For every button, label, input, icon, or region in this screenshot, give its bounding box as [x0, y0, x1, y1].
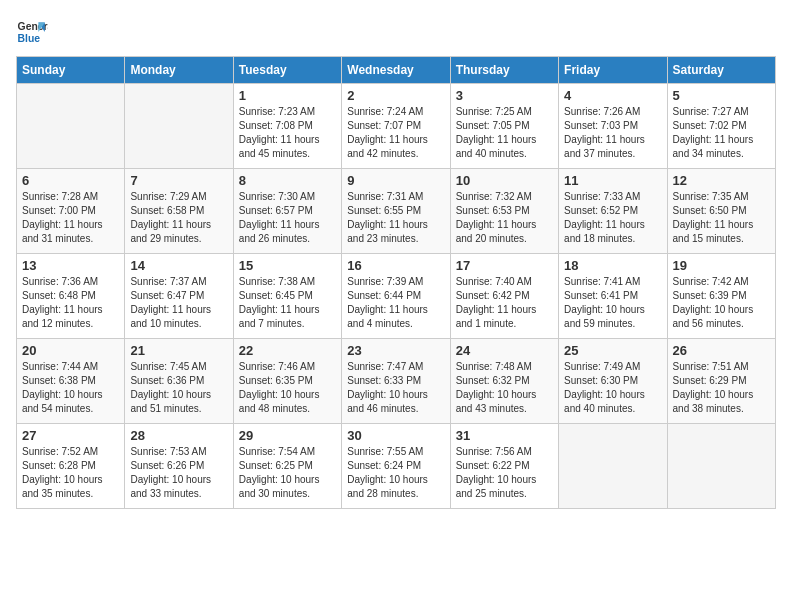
day-info: Sunrise: 7:45 AMSunset: 6:36 PMDaylight:… [130, 360, 227, 416]
calendar-cell: 6Sunrise: 7:28 AMSunset: 7:00 PMDaylight… [17, 169, 125, 254]
day-info: Sunrise: 7:44 AMSunset: 6:38 PMDaylight:… [22, 360, 119, 416]
calendar-week-row: 20Sunrise: 7:44 AMSunset: 6:38 PMDayligh… [17, 339, 776, 424]
calendar-cell: 25Sunrise: 7:49 AMSunset: 6:30 PMDayligh… [559, 339, 667, 424]
calendar-table: SundayMondayTuesdayWednesdayThursdayFrid… [16, 56, 776, 509]
logo: General Blue [16, 16, 44, 48]
day-info: Sunrise: 7:41 AMSunset: 6:41 PMDaylight:… [564, 275, 661, 331]
day-number: 28 [130, 428, 227, 443]
calendar-cell [17, 84, 125, 169]
day-number: 20 [22, 343, 119, 358]
day-info: Sunrise: 7:24 AMSunset: 7:07 PMDaylight:… [347, 105, 444, 161]
day-info: Sunrise: 7:32 AMSunset: 6:53 PMDaylight:… [456, 190, 553, 246]
calendar-cell: 24Sunrise: 7:48 AMSunset: 6:32 PMDayligh… [450, 339, 558, 424]
day-info: Sunrise: 7:37 AMSunset: 6:47 PMDaylight:… [130, 275, 227, 331]
day-info: Sunrise: 7:28 AMSunset: 7:00 PMDaylight:… [22, 190, 119, 246]
calendar-cell: 31Sunrise: 7:56 AMSunset: 6:22 PMDayligh… [450, 424, 558, 509]
calendar-cell: 26Sunrise: 7:51 AMSunset: 6:29 PMDayligh… [667, 339, 775, 424]
day-number: 11 [564, 173, 661, 188]
day-info: Sunrise: 7:49 AMSunset: 6:30 PMDaylight:… [564, 360, 661, 416]
day-info: Sunrise: 7:38 AMSunset: 6:45 PMDaylight:… [239, 275, 336, 331]
calendar-cell: 9Sunrise: 7:31 AMSunset: 6:55 PMDaylight… [342, 169, 450, 254]
day-number: 14 [130, 258, 227, 273]
calendar-cell: 5Sunrise: 7:27 AMSunset: 7:02 PMDaylight… [667, 84, 775, 169]
day-number: 30 [347, 428, 444, 443]
day-number: 8 [239, 173, 336, 188]
calendar-cell: 17Sunrise: 7:40 AMSunset: 6:42 PMDayligh… [450, 254, 558, 339]
day-number: 6 [22, 173, 119, 188]
calendar-cell: 30Sunrise: 7:55 AMSunset: 6:24 PMDayligh… [342, 424, 450, 509]
calendar-cell: 27Sunrise: 7:52 AMSunset: 6:28 PMDayligh… [17, 424, 125, 509]
day-info: Sunrise: 7:36 AMSunset: 6:48 PMDaylight:… [22, 275, 119, 331]
day-number: 2 [347, 88, 444, 103]
day-info: Sunrise: 7:30 AMSunset: 6:57 PMDaylight:… [239, 190, 336, 246]
day-info: Sunrise: 7:27 AMSunset: 7:02 PMDaylight:… [673, 105, 770, 161]
calendar-cell [125, 84, 233, 169]
day-number: 9 [347, 173, 444, 188]
calendar-week-row: 13Sunrise: 7:36 AMSunset: 6:48 PMDayligh… [17, 254, 776, 339]
calendar-cell: 22Sunrise: 7:46 AMSunset: 6:35 PMDayligh… [233, 339, 341, 424]
day-number: 7 [130, 173, 227, 188]
day-number: 16 [347, 258, 444, 273]
calendar-cell: 7Sunrise: 7:29 AMSunset: 6:58 PMDaylight… [125, 169, 233, 254]
calendar-week-row: 1Sunrise: 7:23 AMSunset: 7:08 PMDaylight… [17, 84, 776, 169]
calendar-cell: 10Sunrise: 7:32 AMSunset: 6:53 PMDayligh… [450, 169, 558, 254]
svg-text:Blue: Blue [18, 33, 41, 44]
day-info: Sunrise: 7:46 AMSunset: 6:35 PMDaylight:… [239, 360, 336, 416]
day-info: Sunrise: 7:53 AMSunset: 6:26 PMDaylight:… [130, 445, 227, 501]
day-info: Sunrise: 7:47 AMSunset: 6:33 PMDaylight:… [347, 360, 444, 416]
column-header-tuesday: Tuesday [233, 57, 341, 84]
column-header-friday: Friday [559, 57, 667, 84]
calendar-cell: 8Sunrise: 7:30 AMSunset: 6:57 PMDaylight… [233, 169, 341, 254]
day-number: 17 [456, 258, 553, 273]
page-header: General Blue [16, 16, 776, 48]
day-number: 13 [22, 258, 119, 273]
day-info: Sunrise: 7:55 AMSunset: 6:24 PMDaylight:… [347, 445, 444, 501]
day-info: Sunrise: 7:40 AMSunset: 6:42 PMDaylight:… [456, 275, 553, 331]
day-info: Sunrise: 7:33 AMSunset: 6:52 PMDaylight:… [564, 190, 661, 246]
day-number: 24 [456, 343, 553, 358]
day-info: Sunrise: 7:26 AMSunset: 7:03 PMDaylight:… [564, 105, 661, 161]
day-info: Sunrise: 7:42 AMSunset: 6:39 PMDaylight:… [673, 275, 770, 331]
day-info: Sunrise: 7:39 AMSunset: 6:44 PMDaylight:… [347, 275, 444, 331]
day-number: 26 [673, 343, 770, 358]
day-info: Sunrise: 7:31 AMSunset: 6:55 PMDaylight:… [347, 190, 444, 246]
day-info: Sunrise: 7:52 AMSunset: 6:28 PMDaylight:… [22, 445, 119, 501]
calendar-cell: 13Sunrise: 7:36 AMSunset: 6:48 PMDayligh… [17, 254, 125, 339]
calendar-cell: 15Sunrise: 7:38 AMSunset: 6:45 PMDayligh… [233, 254, 341, 339]
calendar-cell: 4Sunrise: 7:26 AMSunset: 7:03 PMDaylight… [559, 84, 667, 169]
day-number: 22 [239, 343, 336, 358]
day-info: Sunrise: 7:51 AMSunset: 6:29 PMDaylight:… [673, 360, 770, 416]
day-number: 25 [564, 343, 661, 358]
day-info: Sunrise: 7:29 AMSunset: 6:58 PMDaylight:… [130, 190, 227, 246]
calendar-cell: 1Sunrise: 7:23 AMSunset: 7:08 PMDaylight… [233, 84, 341, 169]
calendar-cell: 18Sunrise: 7:41 AMSunset: 6:41 PMDayligh… [559, 254, 667, 339]
calendar-cell: 14Sunrise: 7:37 AMSunset: 6:47 PMDayligh… [125, 254, 233, 339]
logo-icon: General Blue [16, 16, 48, 48]
calendar-cell: 29Sunrise: 7:54 AMSunset: 6:25 PMDayligh… [233, 424, 341, 509]
day-number: 15 [239, 258, 336, 273]
column-header-wednesday: Wednesday [342, 57, 450, 84]
day-info: Sunrise: 7:23 AMSunset: 7:08 PMDaylight:… [239, 105, 336, 161]
day-number: 31 [456, 428, 553, 443]
day-number: 29 [239, 428, 336, 443]
day-number: 3 [456, 88, 553, 103]
calendar-cell: 21Sunrise: 7:45 AMSunset: 6:36 PMDayligh… [125, 339, 233, 424]
day-info: Sunrise: 7:56 AMSunset: 6:22 PMDaylight:… [456, 445, 553, 501]
column-header-monday: Monday [125, 57, 233, 84]
calendar-cell [559, 424, 667, 509]
day-info: Sunrise: 7:35 AMSunset: 6:50 PMDaylight:… [673, 190, 770, 246]
day-number: 4 [564, 88, 661, 103]
day-number: 27 [22, 428, 119, 443]
day-number: 5 [673, 88, 770, 103]
column-header-saturday: Saturday [667, 57, 775, 84]
day-number: 18 [564, 258, 661, 273]
calendar-cell: 28Sunrise: 7:53 AMSunset: 6:26 PMDayligh… [125, 424, 233, 509]
calendar-cell: 20Sunrise: 7:44 AMSunset: 6:38 PMDayligh… [17, 339, 125, 424]
day-number: 10 [456, 173, 553, 188]
day-number: 21 [130, 343, 227, 358]
calendar-cell: 2Sunrise: 7:24 AMSunset: 7:07 PMDaylight… [342, 84, 450, 169]
calendar-cell [667, 424, 775, 509]
calendar-week-row: 27Sunrise: 7:52 AMSunset: 6:28 PMDayligh… [17, 424, 776, 509]
day-number: 19 [673, 258, 770, 273]
day-number: 23 [347, 343, 444, 358]
